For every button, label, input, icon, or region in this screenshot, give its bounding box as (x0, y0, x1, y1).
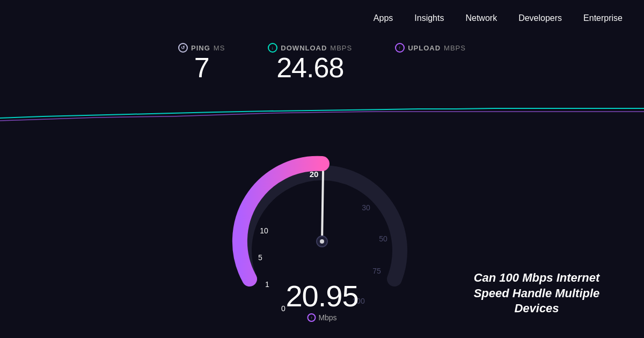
article-blurb: Can 100 Mbps Internet Speed Handle Multi… (462, 270, 612, 317)
nav-enterprise[interactable]: Enterprise (583, 13, 623, 23)
speed-unit-row: ↑ Mbps (286, 313, 358, 322)
svg-point-11 (320, 239, 324, 244)
nav-insights[interactable]: Insights (414, 13, 444, 23)
download-unit: Mbps (330, 44, 352, 52)
current-speed-display: 20.95 ↑ Mbps (286, 278, 358, 322)
download-stat: ↓ DOWNLOAD Mbps 24.68 (268, 43, 352, 83)
ping-label: PING (191, 44, 210, 52)
svg-text:50: 50 (379, 234, 387, 243)
upload-unit: Mbps (444, 44, 466, 52)
speed-unit-label: Mbps (318, 313, 336, 322)
svg-text:10: 10 (260, 226, 268, 235)
ping-icon: ↺ (178, 43, 188, 53)
ping-stat: ↺ PING ms 7 (178, 43, 225, 83)
download-label: DOWNLOAD (281, 44, 327, 52)
upload-stat: ↑ UPLOAD Mbps (395, 43, 466, 53)
nav-network[interactable]: Network (465, 13, 497, 23)
upload-arrow-icon: ↑ (307, 313, 316, 322)
stats-row: ↺ PING ms 7 ↓ DOWNLOAD Mbps 24.68 ↑ UPLO… (0, 43, 644, 83)
svg-text:75: 75 (372, 267, 381, 275)
article-text: Can 100 Mbps Internet Speed Handle Multi… (462, 270, 612, 317)
nav-apps[interactable]: Apps (374, 13, 393, 23)
upload-label: UPLOAD (408, 44, 441, 52)
navigation: Apps Insights Network Developers Enterpr… (0, 0, 644, 36)
ping-value: 7 (194, 53, 209, 83)
svg-text:30: 30 (362, 203, 370, 212)
ping-unit: ms (214, 44, 225, 52)
graph-area (0, 94, 644, 126)
speed-value: 20.95 (286, 278, 358, 313)
svg-text:5: 5 (258, 253, 262, 262)
svg-line-9 (322, 172, 323, 241)
nav-developers[interactable]: Developers (518, 13, 562, 23)
download-icon: ↓ (268, 43, 277, 53)
download-value: 24.68 (276, 53, 343, 83)
upload-icon: ↑ (395, 43, 405, 53)
svg-text:0: 0 (281, 304, 286, 313)
svg-text:1: 1 (265, 280, 269, 289)
svg-text:20: 20 (310, 170, 319, 179)
